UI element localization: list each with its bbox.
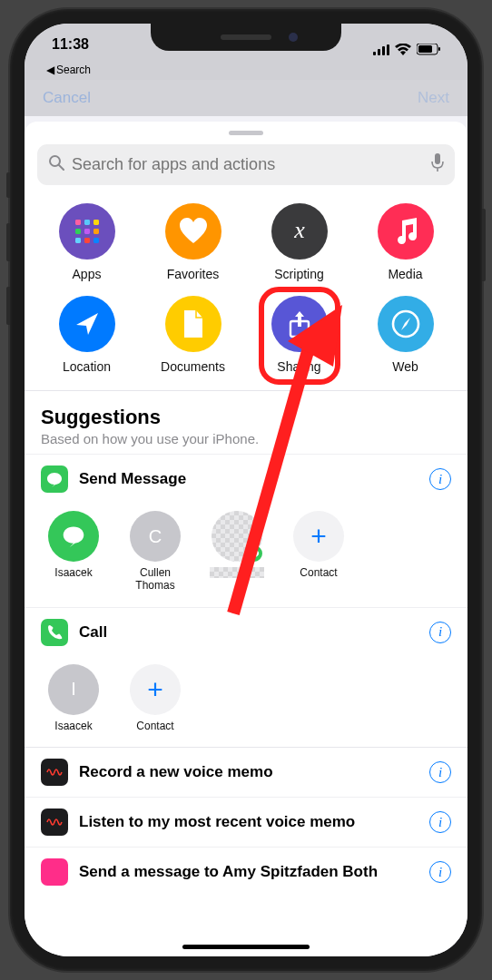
screen: 11:38 ◀ Search Cancel Next (25, 24, 467, 956)
suggestion-title: Send a message to Amy Spitzfaden Both (79, 863, 418, 881)
heart-icon (165, 203, 221, 260)
back-to-search[interactable]: ◀ Search (25, 64, 467, 80)
highlight-ring: Sharing (259, 287, 340, 385)
svg-rect-6 (438, 47, 440, 51)
contact-item[interactable] (204, 511, 270, 593)
mic-icon[interactable] (431, 153, 444, 176)
send-message-row[interactable]: Send Message i (25, 454, 467, 504)
category-label: Sharing (277, 359, 320, 374)
svg-line-8 (59, 165, 64, 170)
svg-rect-18 (93, 238, 99, 243)
location-icon (59, 296, 115, 352)
svg-rect-13 (75, 229, 81, 234)
category-scripting[interactable]: xScripting (246, 203, 352, 281)
category-label: Media (388, 267, 422, 281)
contact-name: Isaacek (54, 567, 92, 580)
category-label: Web (392, 359, 418, 374)
chevron-left-icon: ◀ (46, 64, 54, 76)
battery-icon (417, 43, 440, 58)
contact-avatar: I (48, 664, 99, 715)
info-button[interactable]: i (429, 861, 451, 883)
share-icon (271, 296, 328, 352)
status-time: 11:38 (52, 36, 89, 64)
contact-avatar: C (130, 511, 181, 562)
search-input[interactable] (72, 155, 424, 174)
call-row[interactable]: Call i (25, 607, 467, 657)
category-sharing[interactable]: Sharing (246, 296, 352, 374)
svg-rect-1 (378, 49, 380, 55)
phone-frame: 11:38 ◀ Search Cancel Next (10, 9, 482, 971)
info-button[interactable]: i (429, 622, 451, 643)
contact-avatar (48, 511, 99, 562)
notch (151, 24, 341, 51)
apps-icon (59, 203, 115, 260)
contact-item[interactable]: +Contact (123, 664, 188, 733)
contact-item[interactable]: IIsaacek (41, 664, 106, 733)
category-grid: AppsFavoritesxScriptingMediaLocationDocu… (25, 198, 467, 390)
suggestion-row[interactable]: Listen to my most recent voice memoi (25, 797, 467, 847)
svg-rect-16 (75, 238, 81, 243)
suggestions-header: Suggestions Based on how you use your iP… (25, 390, 467, 454)
cancel-button[interactable]: Cancel (43, 89, 91, 107)
info-button[interactable]: i (429, 468, 451, 490)
contact-item[interactable]: +Contact (286, 511, 351, 593)
music-icon (378, 203, 434, 260)
contact-name: Cullen Thomas (123, 567, 188, 593)
contact-item[interactable]: CCullen Thomas (123, 511, 188, 593)
category-label: Location (63, 359, 111, 374)
svg-text:x: x (293, 218, 305, 243)
svg-rect-0 (373, 52, 376, 55)
script-icon: x (271, 203, 328, 260)
send-message-title: Send Message (79, 470, 418, 488)
category-label: Favorites (167, 267, 220, 281)
add-contact-icon[interactable]: + (293, 511, 344, 562)
add-contact-icon[interactable]: + (130, 664, 181, 715)
contact-name (210, 567, 264, 578)
suggestion-row[interactable]: Record a new voice memoi (25, 747, 467, 797)
search-field[interactable] (37, 144, 455, 185)
svg-rect-5 (418, 45, 432, 53)
svg-rect-2 (382, 46, 385, 55)
message-contacts: IsaacekCCullen Thomas+Contact (25, 504, 467, 607)
svg-rect-11 (84, 220, 90, 225)
contact-item[interactable]: Isaacek (41, 511, 106, 593)
back-label: Search (56, 64, 91, 76)
category-favorites[interactable]: Favorites (140, 203, 246, 281)
svg-rect-10 (75, 220, 81, 225)
category-media[interactable]: Media (352, 203, 458, 281)
category-apps[interactable]: Apps (34, 203, 140, 281)
contact-name: Isaacek (54, 720, 92, 733)
category-label: Apps (73, 267, 102, 281)
next-button[interactable]: Next (418, 89, 449, 107)
voice-memo-icon (41, 858, 68, 886)
suggestion-row[interactable]: Send a message to Amy Spitzfaden Bothi (25, 847, 467, 897)
svg-rect-3 (387, 44, 389, 55)
call-contacts: IIsaacek+Contact (25, 657, 467, 748)
phone-icon (41, 619, 68, 646)
suggestions-subtitle: Based on how you use your iPhone. (41, 431, 451, 446)
svg-rect-14 (84, 229, 90, 234)
category-label: Scripting (274, 267, 323, 281)
status-icons (373, 36, 440, 64)
info-button[interactable]: i (429, 811, 451, 833)
voice-memo-icon (41, 759, 68, 786)
document-icon (165, 296, 221, 352)
compass-icon (378, 296, 434, 352)
action-sheet: AppsFavoritesxScriptingMediaLocationDocu… (25, 122, 467, 956)
sheet-grabber[interactable] (229, 131, 263, 135)
suggestion-title: Listen to my most recent voice memo (79, 813, 418, 831)
underlying-nav: Cancel Next (25, 80, 467, 116)
home-indicator[interactable] (182, 945, 310, 949)
svg-rect-12 (93, 220, 99, 225)
contact-name: Contact (136, 720, 173, 733)
suggestion-title: Record a new voice memo (79, 763, 418, 781)
info-button[interactable]: i (429, 761, 451, 783)
category-label: Documents (161, 359, 225, 374)
wifi-icon (395, 43, 411, 58)
category-documents[interactable]: Documents (140, 296, 246, 374)
category-web[interactable]: Web (352, 296, 458, 374)
signal-icon (373, 43, 389, 58)
svg-rect-15 (93, 229, 99, 234)
voice-memo-icon (41, 808, 68, 836)
category-location[interactable]: Location (34, 296, 140, 374)
